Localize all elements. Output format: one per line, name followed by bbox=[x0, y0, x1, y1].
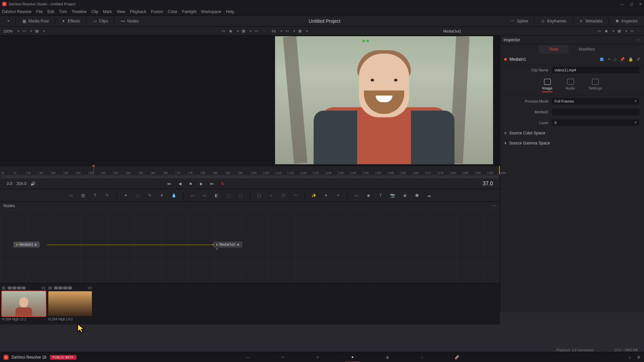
page-edit[interactable]: ≡ bbox=[314, 354, 322, 361]
in-point[interactable]: 0.0 bbox=[7, 181, 12, 186]
fastnoise-tool-icon[interactable]: ▨ bbox=[80, 192, 86, 198]
menu-edit[interactable]: Edit bbox=[47, 9, 54, 14]
text-tool-icon[interactable]: T bbox=[92, 192, 98, 198]
viewer-right[interactable] bbox=[268, 36, 500, 166]
viewer-right-controls-icon[interactable]: ▭ bbox=[596, 28, 602, 34]
viewer-right-grid-icon[interactable]: ▦ bbox=[297, 28, 303, 34]
node-mediaout1[interactable]: MediaOut1 bbox=[213, 242, 242, 247]
prender-tool-icon[interactable]: ✦ bbox=[323, 192, 329, 198]
go-first-button[interactable]: ⏮ bbox=[165, 180, 173, 187]
viewer-right-view-icon[interactable]: ▦ bbox=[616, 28, 622, 34]
layer-select[interactable]: 0 bbox=[552, 119, 639, 126]
menu-view[interactable]: View bbox=[117, 9, 125, 14]
lock-icon[interactable]: 🔒 bbox=[628, 57, 633, 62]
blur-tool-icon[interactable]: 💧 bbox=[171, 192, 177, 198]
menu-workspace[interactable]: Workspace bbox=[201, 9, 221, 14]
3d-render-tool-icon[interactable]: ⬢ bbox=[414, 192, 420, 198]
clip-thumbnail[interactable] bbox=[2, 291, 46, 316]
ellipse-mask-icon[interactable]: ○ bbox=[268, 192, 274, 198]
3d-light-tool-icon[interactable]: ◉ bbox=[402, 192, 408, 198]
polygon-mask-icon[interactable]: ⬡ bbox=[280, 192, 286, 198]
menu-trim[interactable]: Trim bbox=[59, 9, 67, 14]
resize-tool-icon[interactable]: ⬚ bbox=[238, 192, 244, 198]
clip-item[interactable]: 02 00:00:00:00 V1 H.264 High L4.0 bbox=[48, 285, 92, 322]
keyframe-icon[interactable]: ◇ bbox=[613, 57, 616, 62]
step-back-button[interactable]: ◀ bbox=[176, 180, 183, 187]
scroll-track[interactable] bbox=[2, 176, 498, 178]
go-last-button[interactable]: ⏭ bbox=[208, 180, 216, 187]
channel-tool-icon[interactable]: ▭ bbox=[202, 192, 208, 198]
viewer-right-single-icon[interactable]: ▭ bbox=[629, 28, 635, 34]
viewer-left-grid-icon[interactable]: ▦ bbox=[34, 28, 40, 34]
particles-tool-icon[interactable]: ✨ bbox=[311, 192, 317, 198]
keyframes-button[interactable]: ◇Keyframes bbox=[537, 17, 570, 25]
spline-button[interactable]: 〰Spline bbox=[507, 17, 531, 25]
page-media[interactable]: ▭ bbox=[244, 354, 252, 361]
menu-fusion[interactable]: Fusion bbox=[151, 9, 163, 14]
3d-merge-tool-icon[interactable]: ☁ bbox=[426, 192, 432, 198]
page-fusion[interactable]: ✦ bbox=[348, 354, 357, 361]
loop-button[interactable]: ↻ bbox=[219, 180, 226, 187]
brightness-tool-icon[interactable]: ☀ bbox=[159, 192, 165, 198]
bspline-mask-icon[interactable]: 〰 bbox=[292, 192, 299, 198]
timeline-ruler[interactable]: 0510152025303540455055606570758085909510… bbox=[0, 166, 500, 174]
background-tool-icon[interactable]: ▭ bbox=[68, 192, 74, 198]
viewer-right-zoom[interactable]: Fit bbox=[270, 28, 277, 34]
viewer-left-view-icon[interactable]: ▦ bbox=[241, 28, 246, 34]
source-color-space-toggle[interactable]: Source Color Space bbox=[500, 128, 644, 138]
3d-image-tool-icon[interactable]: ▭ bbox=[354, 192, 360, 198]
3d-text-tool-icon[interactable]: T bbox=[378, 192, 384, 198]
playhead[interactable] bbox=[94, 166, 94, 174]
maximize-button[interactable]: ◻ bbox=[630, 2, 633, 6]
viewer-left-single-icon[interactable]: ▭ bbox=[254, 28, 259, 34]
viewer-right-color-icon[interactable]: ◉ bbox=[604, 28, 609, 34]
viewer-right-more-icon[interactable]: ⋯ bbox=[637, 28, 642, 34]
transform-tool-icon[interactable]: ⬚ bbox=[226, 192, 232, 198]
menu-fairlight[interactable]: Fairlight bbox=[182, 9, 197, 14]
tab-tools[interactable]: Tools bbox=[539, 45, 569, 54]
nodes-button[interactable]: ⊶Nodes bbox=[117, 17, 142, 25]
speaker-icon[interactable]: 🔊 bbox=[31, 181, 36, 186]
viewer-right-option-icon[interactable]: ▭ bbox=[284, 28, 290, 34]
planar-tool-icon[interactable]: ⬚ bbox=[135, 192, 141, 198]
viewer-left[interactable] bbox=[0, 36, 268, 166]
menu-clip[interactable]: Clip bbox=[91, 9, 98, 14]
metadata-button[interactable]: ≡Metadata bbox=[576, 17, 606, 25]
effects-button[interactable]: ✦Effects bbox=[58, 17, 83, 25]
3d-shape-tool-icon[interactable]: ◆ bbox=[366, 192, 372, 198]
process-mode-select[interactable]: Full Frames bbox=[552, 98, 639, 105]
viewer-left-more-icon[interactable]: ⋯ bbox=[261, 28, 266, 34]
play-button[interactable]: ▶ bbox=[198, 180, 205, 187]
paint-tool-icon[interactable]: ✎ bbox=[104, 192, 110, 198]
out-point[interactable]: 204.0 bbox=[16, 181, 26, 186]
menu-file[interactable]: File bbox=[36, 9, 43, 14]
home-icon[interactable]: ⌂ bbox=[629, 355, 631, 360]
cat-image[interactable]: Image bbox=[542, 79, 552, 92]
pin-icon[interactable]: 📌 bbox=[620, 57, 625, 62]
camera-tracker-icon[interactable]: ✎ bbox=[147, 192, 153, 198]
tracker-tool-icon[interactable]: ✦ bbox=[123, 192, 129, 198]
inspector-node-header[interactable]: MediaIn1 ◇ 📌 🔒 ↺ bbox=[500, 54, 644, 65]
minimize-button[interactable]: — bbox=[620, 2, 624, 6]
inspector-button[interactable]: ✱Inspector bbox=[611, 17, 641, 25]
close-button[interactable]: ✕ bbox=[639, 2, 642, 6]
clip-item[interactable]: 01 00:00:00:00 V1 H.264 High L5.2 bbox=[2, 285, 46, 322]
reset-icon[interactable]: ↺ bbox=[637, 57, 640, 62]
viewer-left-option-icon[interactable]: ▭ bbox=[21, 28, 27, 34]
page-color[interactable]: ◉ bbox=[383, 354, 391, 361]
node-output-port-icon[interactable] bbox=[35, 244, 37, 246]
node-mediain1[interactable]: MediaIn1 bbox=[13, 242, 40, 247]
nodes-graph[interactable]: MediaIn1 MediaOut1 bbox=[0, 210, 500, 283]
node-input-port-icon[interactable] bbox=[216, 243, 218, 246]
project-settings-icon[interactable]: ⚙ bbox=[637, 355, 641, 360]
cat-audio[interactable]: Audio bbox=[566, 79, 575, 92]
current-frame[interactable]: 37.0 bbox=[483, 181, 493, 187]
node-view-dot-icon[interactable] bbox=[216, 248, 218, 250]
end-marker[interactable] bbox=[499, 166, 500, 174]
menu-timeline[interactable]: Timeline bbox=[71, 9, 87, 14]
cat-settings[interactable]: Settings bbox=[589, 79, 602, 92]
clips-button[interactable]: ▭Clips bbox=[89, 17, 112, 25]
viewer-left-zoom[interactable]: 100% bbox=[2, 28, 14, 34]
media-pool-button[interactable]: ▦Media Pool bbox=[18, 17, 52, 25]
inspector-options-icon[interactable]: ⋯ bbox=[637, 38, 641, 42]
